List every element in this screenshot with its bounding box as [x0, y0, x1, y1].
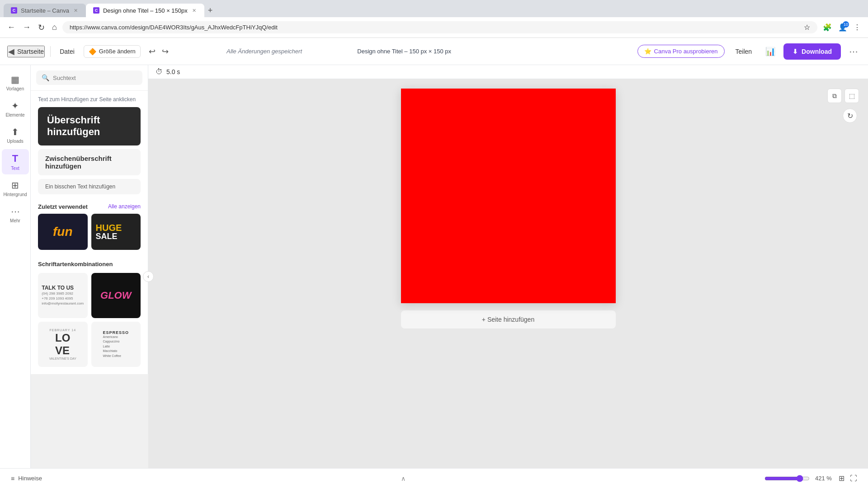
share-button[interactable]: Teilen	[730, 45, 758, 58]
recent-title: Zuletzt verwendet	[38, 203, 88, 210]
panel-collapse-toggle[interactable]: ‹	[143, 271, 154, 282]
font-combo-love[interactable]: FEBRUARY 14 LOVE VALENTINE'S DAY	[38, 322, 88, 367]
zoom-fit-button[interactable]: ⊞	[839, 474, 844, 483]
stats-button[interactable]: 📊	[763, 44, 778, 59]
glow-text: GLOW	[100, 290, 131, 301]
home-button[interactable]: ⌂	[50, 21, 59, 34]
hints-icon: ≡	[11, 475, 14, 482]
recent-item-huge-sale[interactable]: HUGE SALE	[91, 214, 141, 250]
hints-label: Hinweise	[18, 475, 42, 482]
resize-button[interactable]: 🔶 Größe ändern	[84, 45, 141, 58]
timer-value: 5.0 s	[166, 68, 180, 75]
pro-icon: ⭐	[644, 48, 651, 55]
tab-startseite[interactable]: C Startseite – Canva ✕	[4, 4, 86, 17]
back-button[interactable]: ←	[5, 21, 17, 34]
status-text: Alle Änderungen gespeichert	[177, 48, 352, 55]
nav-icons: 🧩 👤 10 ⋮	[821, 21, 863, 33]
app-body: ▦ Vorlagen ✦ Elemente ⬆ Uploads T Text ⊞…	[0, 65, 868, 488]
vorlagen-icon: ▦	[11, 74, 19, 85]
sidebar-item-mehr[interactable]: ⋯ Mehr	[2, 202, 29, 227]
tab-bar: C Startseite – Canva ✕ C Design ohne Tit…	[0, 0, 868, 17]
canvas-toolbar: ⧉ ⬚	[827, 89, 859, 103]
bookmark-icon[interactable]: ☆	[804, 23, 810, 32]
see-all-link[interactable]: Alle anzeigen	[108, 203, 141, 210]
chevron-up-section: ∧	[42, 473, 764, 484]
hints-section: ≡ Hinweise	[11, 475, 42, 482]
vorlagen-label: Vorlagen	[6, 86, 24, 91]
text-panel: 🔍 Text zum Hinzufügen zur Seite anklicke…	[31, 65, 148, 374]
zoom-slider[interactable]	[764, 475, 810, 482]
download-button[interactable]: ⬇ Download	[783, 43, 841, 60]
tab-close-2[interactable]: ✕	[191, 7, 197, 14]
sidebar-item-elemente[interactable]: ✦ Elemente	[2, 97, 29, 121]
font-combo-talk-to-us[interactable]: TALK TO US (04) 298 3985 2092 +76 209 10…	[38, 273, 88, 318]
recent-item-fun[interactable]: fun	[38, 214, 88, 250]
resize-icon: 🔶	[89, 48, 96, 55]
browser-menu-button[interactable]: ⋮	[852, 21, 863, 33]
redo-button[interactable]: ↪	[159, 44, 171, 59]
zoom-value: 421 %	[815, 475, 833, 482]
espresso-title: ESPRESSO	[103, 330, 129, 335]
chevron-up-button[interactable]: ∧	[399, 473, 407, 484]
chevron-up-icon: ∧	[401, 475, 406, 482]
mehr-icon: ⋯	[11, 206, 20, 217]
search-icon: 🔍	[42, 74, 49, 81]
add-body-button[interactable]: Ein bisschen Text hinzufügen	[38, 179, 141, 194]
add-page-button[interactable]: + Seite hinzufügen	[401, 310, 616, 328]
canvas-refresh-button[interactable]: ↻	[843, 108, 857, 123]
sidebar-item-hintergrund[interactable]: ⊞ Hintergrund	[2, 176, 29, 201]
espresso-items: Americano Cappuccino Latte Macchiato Whi…	[103, 335, 129, 359]
search-input[interactable]	[53, 75, 137, 81]
add-text-section: Text zum Hinzufügen zur Seite anklicken …	[31, 91, 148, 200]
uploads-icon: ⬆	[11, 127, 19, 137]
home-nav-button[interactable]: ◀ Startseite	[7, 46, 45, 57]
canvas-wrapper	[401, 89, 616, 303]
refresh-button[interactable]: ↻	[36, 21, 47, 34]
tab-label-1: Startseite – Canva	[21, 7, 69, 14]
undo-button[interactable]: ↩	[146, 44, 158, 59]
huge-text: HUGE	[96, 223, 122, 232]
canvas-area: ⏱ 5.0 s ⧉ ⬚ ↻ + Seite hinzufügen	[148, 65, 868, 488]
tab-favicon-2: C	[93, 7, 99, 14]
sidebar-icons: ▦ Vorlagen ✦ Elemente ⬆ Uploads T Text ⊞…	[0, 65, 31, 488]
add-heading-button[interactable]: Überschrift hinzufügen	[38, 107, 141, 145]
sidebar-item-uploads[interactable]: ⬆ Uploads	[2, 123, 29, 147]
address-bar[interactable]: https://www.canva.com/design/DAE4WOR3Its…	[62, 21, 817, 33]
uploads-label: Uploads	[7, 139, 24, 144]
home-chevron-icon: ◀	[8, 47, 14, 56]
bottom-right: 421 % ⊞ ⛶	[764, 474, 857, 483]
elemente-label: Elemente	[5, 113, 24, 117]
font-combo-glow[interactable]: GLOW	[91, 273, 141, 318]
font-combo-espresso[interactable]: ESPRESSO Americano Cappuccino Latte Macc…	[91, 322, 141, 367]
profile-button[interactable]: 👤 10	[836, 21, 849, 33]
nav-bar: ← → ↻ ⌂ https://www.canva.com/design/DAE…	[0, 17, 868, 38]
file-menu-button[interactable]: Datei	[56, 45, 78, 58]
new-tab-button[interactable]: +	[204, 6, 217, 15]
fun-text: fun	[53, 225, 73, 239]
add-frame-button[interactable]: ⬚	[844, 89, 859, 103]
collapse-icon: ‹	[147, 273, 149, 280]
more-options-button[interactable]: ⋯	[846, 43, 861, 60]
add-text-title: Text zum Hinzufügen zur Seite anklicken	[38, 96, 141, 103]
copy-canvas-button[interactable]: ⧉	[827, 89, 842, 103]
download-label: Download	[802, 48, 832, 55]
sidebar-item-text[interactable]: T Text	[2, 149, 29, 174]
text-label: Text	[11, 166, 19, 171]
tab-close-1[interactable]: ✕	[73, 7, 79, 14]
pro-label: Canva Pro ausprobieren	[654, 48, 718, 55]
home-label: Startseite	[17, 48, 44, 55]
love-text: LOVE	[55, 332, 70, 357]
forward-button[interactable]: →	[21, 21, 33, 34]
search-box[interactable]: 🔍	[36, 70, 142, 85]
extensions-button[interactable]: 🧩	[821, 21, 834, 33]
sidebar-item-vorlagen[interactable]: ▦ Vorlagen	[2, 70, 29, 95]
hintergrund-label: Hintergrund	[3, 192, 27, 197]
header-separator	[50, 46, 51, 57]
fullscreen-button[interactable]: ⛶	[850, 474, 857, 483]
pro-button[interactable]: ⭐ Canva Pro ausprobieren	[637, 45, 725, 58]
tab-design[interactable]: C Design ohne Titel – 150 × 150px ✕	[86, 4, 204, 17]
love-date: FEBRUARY 14	[49, 328, 76, 332]
canvas[interactable]	[401, 89, 616, 303]
add-subheading-button[interactable]: Zwischenüberschrift hinzufügen	[38, 149, 141, 175]
notification-badge: 10	[843, 21, 849, 28]
